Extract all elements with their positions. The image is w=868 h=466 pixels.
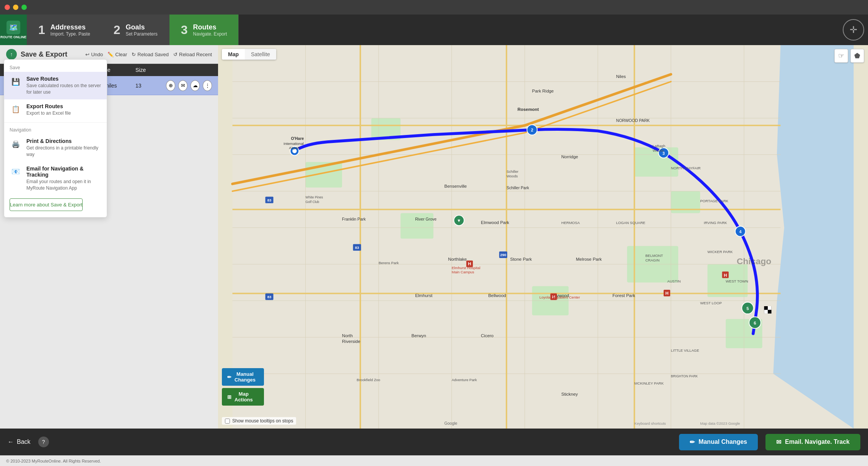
svg-text:Brookfield Zoo: Brookfield Zoo [357, 378, 380, 382]
svg-text:Park Ridge: Park Ridge [532, 89, 554, 93]
maximize-button[interactable] [21, 5, 27, 10]
pencil-main-icon: ✏ [690, 438, 695, 446]
step-1-title: Addresses [50, 23, 90, 31]
svg-text:Woods: Woods [506, 174, 518, 178]
reload-saved-button[interactable]: ↻ Reload Saved [132, 52, 169, 57]
nav-circle-icon[interactable]: ✛ [843, 19, 864, 41]
step-3-num: 3 [181, 23, 188, 37]
route-email-icon[interactable]: ✉ [178, 80, 187, 91]
svg-text:Main Campus: Main Campus [452, 270, 474, 274]
hand-cursor-icon[interactable]: ☞ [834, 49, 848, 63]
back-arrow-icon: ← [8, 438, 14, 445]
map-svg: 2 3 4 5 6 O'Hare International Airport [218, 45, 868, 429]
svg-text:83: 83 [267, 198, 272, 202]
polygon-draw-icon[interactable]: ⬟ [850, 49, 864, 63]
menu-item-save-routes[interactable]: 💾 Save Routes Save calculated routes on … [4, 72, 107, 99]
step-3-sub: Navigate. Export [193, 31, 227, 37]
svg-text:Northlake: Northlake [448, 257, 467, 261]
back-button[interactable]: ← Back [8, 438, 31, 445]
svg-text:Franklin Park: Franklin Park [342, 217, 366, 221]
email-nav-title: Email for Navigation & Tracking [26, 166, 101, 178]
step-2-title: Goals [125, 23, 157, 31]
svg-rect-0 [233, 45, 854, 429]
export-routes-title: Export Routes [26, 103, 101, 109]
svg-rect-45 [768, 306, 772, 310]
step-1-num: 1 [38, 23, 45, 37]
svg-text:6: 6 [754, 321, 756, 325]
map-overlay-buttons: ✏ ManualChanges ⊞ MapActions [222, 368, 264, 406]
svg-text:Airport: Airport [289, 146, 300, 150]
help-button[interactable]: ? [38, 437, 49, 447]
save-routes-icon: 💾 [10, 76, 22, 88]
manual-changes-button[interactable]: ✏ ManualChanges [222, 368, 264, 386]
print-desc: Get directions in a printable friendly w… [26, 145, 101, 158]
export-routes-desc: Export to an Excel file [26, 110, 101, 117]
svg-text:H: H [724, 273, 727, 278]
logo[interactable]: 🗺️ ROUTE ONLINE [0, 15, 27, 45]
svg-text:LaBagh: LaBagh [653, 144, 665, 148]
undo-button[interactable]: ↩ Undo [85, 52, 103, 57]
svg-text:North: North [342, 333, 353, 338]
app-container: 🗺️ ROUTE ONLINE 1 Addresses Import. Type… [0, 15, 868, 466]
svg-text:H: H [665, 291, 668, 296]
map-tabs: Map Satellite [222, 49, 276, 60]
svg-text:LITTLE VILLAGE: LITTLE VILLAGE [671, 348, 699, 352]
svg-text:NORTH MAYFAIR: NORTH MAYFAIR [671, 166, 701, 170]
col-size: Size [135, 67, 166, 73]
route-more-icon[interactable]: ⋮ [203, 80, 212, 91]
svg-text:Stone Park: Stone Park [510, 257, 532, 261]
map-checkbox-row: Show mouse tooltips on stops [222, 417, 296, 425]
svg-text:Loyola Outpatient Center: Loyola Outpatient Center [539, 295, 580, 299]
menu-item-print[interactable]: 🖨️ Print & Directions Get directions in … [4, 134, 107, 162]
svg-text:River Grove: River Grove [415, 217, 436, 221]
map-tab-map[interactable]: Map [222, 49, 245, 60]
svg-text:WEST TOWN: WEST TOWN [726, 279, 748, 283]
left-panel: ↑ Save & Export ↩ Undo ✏️ Clear ↻ Reload… [0, 45, 218, 429]
svg-text:WEST LOOP: WEST LOOP [700, 301, 722, 305]
svg-text:Golf Club: Golf Club [306, 200, 319, 204]
export-routes-icon: 📋 [10, 103, 22, 115]
content-area: ↑ Save & Export ↩ Undo ✏️ Clear ↻ Reload… [0, 45, 868, 429]
svg-text:290: 290 [500, 253, 506, 257]
svg-text:▼: ▼ [457, 218, 461, 223]
map-area[interactable]: 2 3 4 5 6 O'Hare International Airport [218, 45, 868, 429]
route-cloud-icon[interactable]: ☁ [191, 80, 200, 91]
email-navigate-button[interactable]: ✉ Email. Navigate. Track [765, 434, 860, 450]
svg-text:Forest Park: Forest Park [612, 293, 635, 298]
email-main-icon: ✉ [776, 438, 781, 446]
menu-section-save: Save [4, 63, 107, 72]
minimize-button[interactable] [13, 5, 18, 10]
svg-text:Bensenville: Bensenville [445, 184, 467, 188]
print-icon: 🖨️ [10, 138, 22, 150]
map-actions-button[interactable]: ⊞ MapActions [222, 388, 264, 406]
step-3-title: Routes [193, 23, 227, 31]
pencil-icon: ✏️ [107, 52, 114, 57]
step-3-routes[interactable]: 3 Routes Navigate. Export [169, 15, 239, 45]
reload-recent-icon: ↺ [173, 52, 178, 57]
menu-item-email-nav[interactable]: 📧 Email for Navigation & Tracking Email … [4, 162, 107, 195]
manual-changes-main-button[interactable]: ✏ Manual Changes [679, 434, 758, 450]
svg-rect-46 [764, 310, 768, 314]
svg-text:Berens Park: Berens Park [379, 261, 399, 265]
step-2-goals[interactable]: 2 Goals Set Parameters [102, 15, 169, 45]
svg-text:83: 83 [267, 295, 272, 299]
nav-steps: 1 Addresses Import. Type. Paste 2 Goals … [27, 15, 843, 45]
step-1-addresses[interactable]: 1 Addresses Import. Type. Paste [27, 15, 102, 45]
tooltips-checkbox[interactable] [225, 419, 230, 424]
close-button[interactable] [5, 5, 10, 10]
svg-text:Melrose Park: Melrose Park [576, 257, 602, 261]
reload-recent-button[interactable]: ↺ Reload Recent [173, 52, 212, 57]
logo-text: ROUTE ONLINE [0, 35, 26, 39]
bottom-bar: ← Back ? ✏ Manual Changes ✉ Email. Navig… [0, 429, 868, 455]
footer-text: © 2010-2023 MyRouteOnline. All Rights Re… [6, 459, 101, 463]
svg-text:International: International [283, 141, 304, 146]
save-routes-desc: Save calculated routes on the server for… [26, 83, 101, 96]
svg-text:Elmwood Park: Elmwood Park [481, 220, 509, 225]
svg-text:Norridge: Norridge [561, 154, 578, 159]
map-tab-satellite[interactable]: Satellite [245, 49, 276, 60]
clear-button[interactable]: ✏️ Clear [107, 52, 127, 57]
route-navigate-icon[interactable]: ⊕ [166, 80, 175, 91]
menu-item-export-routes[interactable]: 📋 Export Routes Export to an Excel file [4, 99, 107, 120]
reload-saved-icon: ↻ [132, 52, 136, 57]
learn-more-button[interactable]: Learn more about Save & Export [10, 198, 83, 211]
